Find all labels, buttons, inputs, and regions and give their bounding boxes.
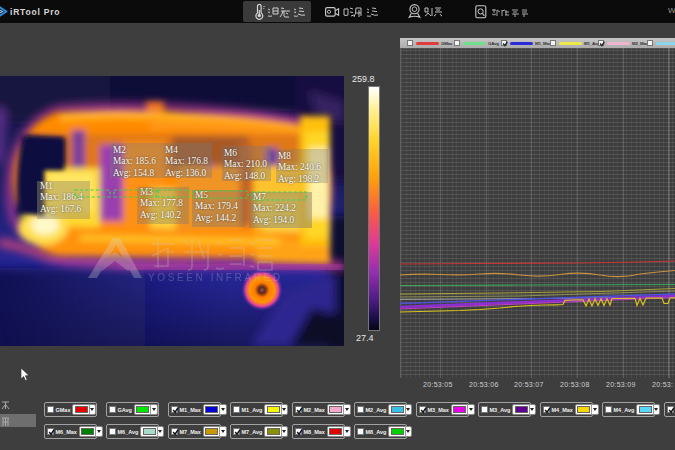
svg-text:YOSEEN INFRARED: YOSEEN INFRARED <box>148 272 283 283</box>
